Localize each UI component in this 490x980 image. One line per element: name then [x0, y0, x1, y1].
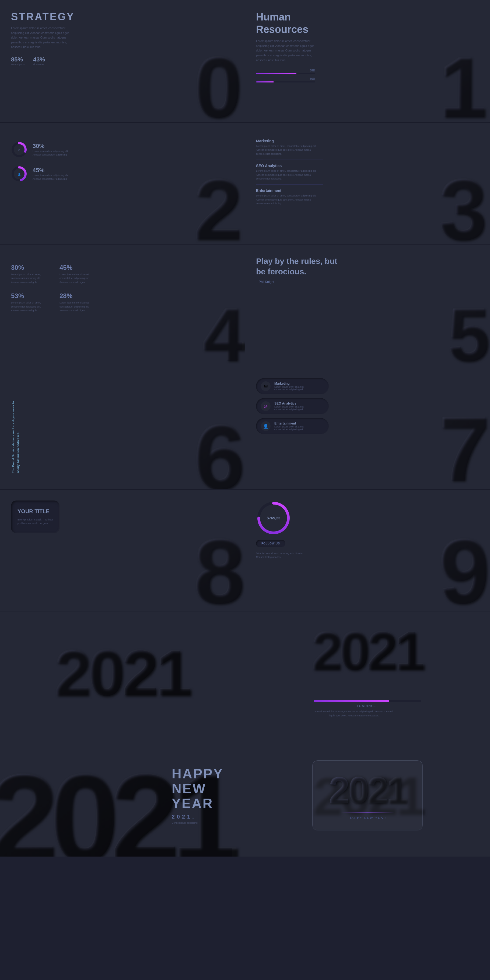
bg-number-6: 6 [194, 411, 242, 490]
stat-28-text: Lorem ipsum dolor sit amet, consectetuer… [60, 301, 97, 312]
hr-desc: Lorem ipsum dolor sit amet, consectetuer… [256, 39, 315, 62]
your-title-text: YOUR TITLE [17, 508, 53, 514]
stat-85-label: Lorem ipsum [11, 63, 25, 66]
year-2021-loading-bg: 2021 [312, 620, 423, 682]
bg-number-3: 3 [439, 166, 484, 245]
main-grid: STRATEGY Lorem ipsum dolor sit amet, con… [0, 0, 490, 857]
quote-author: – Phil Knight [256, 280, 479, 284]
gauge-circle: $765,23 [256, 501, 291, 536]
glass-subtitle: HAPPY NEW YEAR [349, 816, 387, 819]
follow-desc: 10 artist, soundcloud, reducing ads. How… [256, 552, 310, 559]
bg-number-5: 5 [448, 297, 487, 367]
stat-30-pct: 30% [11, 264, 49, 271]
donut-2: 👤 [11, 166, 27, 182]
card-seo-desc: Lorem ipsum dolor sit amet, consectetuer… [274, 406, 317, 411]
svg-text:👤: 👤 [18, 173, 21, 176]
card-seo-icon: ◎ [261, 401, 271, 411]
bg-number-8: 8 [194, 525, 242, 612]
card-marketing-title: Marketing [274, 382, 317, 385]
cell-glass-2021: 2021 2021 HAPPY NEW YEAR [245, 734, 490, 857]
stat-85: 85% Lorem ipsum [11, 56, 25, 66]
hr-content: HumanResources Lorem ipsum dolor sit ame… [256, 11, 315, 86]
your-title-card: YOUR TITLE Every problem is a gift — wit… [11, 501, 60, 533]
loading-desc: Lorem ipsum dolor sit amet, consectetuer… [314, 710, 395, 718]
card-entertainment-desc: Lorem ipsum dolor sit amet, consectetuer… [274, 425, 317, 431]
cell-2021-plain: 2021 [0, 612, 245, 734]
donut-1-pct: 30% [33, 143, 70, 150]
follow-button[interactable]: FOLLOW US [256, 540, 285, 547]
hny-year: 2021. [172, 814, 224, 820]
glass-year-text: 2021 [329, 772, 406, 809]
gauge-value: $765,23 [267, 516, 281, 520]
card-entertainment-icon: 👤 [261, 421, 271, 431]
strategy-content: STRATEGY Lorem ipsum dolor sit amet, con… [11, 11, 75, 66]
stat-43-label: sit amet et [33, 63, 45, 66]
bg-number-0: 0 [194, 44, 239, 123]
vertical-text: The Postal Service delivers mail six day… [11, 392, 21, 473]
donut-1: ⏱ [11, 142, 27, 158]
strategy-title: STRATEGY [11, 11, 75, 23]
bg-number-2: 2 [194, 166, 239, 245]
list-seo: SEO Analytics Lorem ipsum dolor sit amet… [256, 164, 323, 181]
cell-title-card: YOUR TITLE Every problem is a gift — wit… [0, 490, 245, 612]
hr-progress-2: 30% [256, 77, 315, 83]
hr-progress-1: 68% [256, 69, 315, 74]
hny-desc: Consectetuer adipiscing [172, 821, 224, 824]
cell-gauge: $765,23 FOLLOW US 10 artist, soundcloud,… [245, 490, 490, 612]
cell-strategy: STRATEGY Lorem ipsum dolor sit amet, con… [0, 0, 245, 123]
cell-quote: Play by the rules, but be ferocious. – P… [245, 245, 490, 367]
seo-desc: Lorem ipsum dolor sit amet, consectetuer… [256, 169, 323, 181]
stat-45: 45% Lorem ipsum dolor sit amet, consecte… [60, 264, 97, 284]
entertainment-desc: Lorem ipsum dolor sit amet, consectetuer… [256, 194, 323, 205]
loading-fill [314, 700, 389, 702]
donut-1-text: Lorem ipsum dolor adipiscing elit. Aenea… [33, 150, 70, 157]
stat-53: 53% Lorem ipsum dolor sit amet, consecte… [11, 292, 49, 312]
stat-45-pct: 45% [60, 264, 97, 271]
bg-number-9: 9 [439, 525, 487, 612]
stat-28: 28% Lorem ipsum dolor sit amet, consecte… [60, 292, 97, 312]
donut-row-1: ⏱ 30% Lorem ipsum dolor adipiscing elit.… [11, 142, 70, 158]
divider-1 [256, 159, 323, 160]
bg-number-1: 1 [439, 44, 484, 123]
cell-categories: Marketing Lorem ipsum dolor sit amet, co… [245, 123, 490, 245]
svg-text:⏱: ⏱ [18, 149, 21, 151]
strategy-stats: 85% Lorem ipsum 43% sit amet et [11, 56, 75, 66]
hr-bar2-label: 30% [256, 77, 315, 80]
list-marketing: Marketing Lorem ipsum dolor sit amet, co… [256, 139, 323, 156]
donut-2-pct: 45% [33, 167, 70, 174]
card-entertainment: 👤 Entertainment Lorem ipsum dolor sit am… [256, 418, 329, 434]
hr-bar2 [256, 81, 315, 83]
marketing-title: Marketing [256, 139, 323, 143]
loading-bar [314, 700, 421, 702]
hr-bar1 [256, 73, 315, 74]
stat-53-pct: 53% [11, 292, 49, 300]
bg-number-4: 4 [203, 297, 242, 367]
quote-text: Play by the rules, but be ferocious. [256, 256, 342, 277]
your-desc-text: Every problem is a gift — without proble… [17, 518, 53, 526]
card-entertainment-title: Entertainment [274, 422, 317, 425]
donut-row-2: 👤 45% Lorem ipsum dolor adipiscing elit.… [11, 166, 70, 182]
loading-bar-wrap: LOADING... Lorem ipsum dolor sit amet, c… [314, 700, 421, 718]
card-marketing: ✉ Marketing Lorem ipsum dolor sit amet, … [256, 378, 329, 394]
list-entertainment: Entertainment Lorem ipsum dolor sit amet… [256, 188, 323, 205]
hr-bar2-fill [256, 81, 274, 83]
hr-title: HumanResources [256, 11, 315, 36]
hr-bar1-label: 68% [256, 69, 315, 72]
stat-30-text: Lorem ipsum dolor sit amet, consectetuer… [11, 272, 49, 284]
cell-happy-new-year: 2021 HAPPYNEWYEAR 2021. Consectetuer adi… [0, 734, 245, 857]
cell-2021-loading: 2021 LOADING... Lorem ipsum dolor sit am… [245, 612, 490, 734]
glass-card: 2021 HAPPY NEW YEAR [312, 760, 422, 830]
seo-title: SEO Analytics [256, 164, 323, 168]
cell-four-stats: 30% Lorem ipsum dolor sit amet, consecte… [0, 245, 245, 367]
card-entertainment-text: Entertainment Lorem ipsum dolor sit amet… [274, 422, 317, 431]
year-2021-plain: 2021 [55, 636, 190, 710]
card-marketing-text: Marketing Lorem ipsum dolor sit amet, co… [274, 382, 317, 391]
stat-85-pct: 85% [11, 56, 25, 63]
card-seo-title: SEO Analytics [274, 402, 317, 406]
stat-43: 43% sit amet et [33, 56, 45, 66]
hny-content: HAPPYNEWYEAR 2021. Consectetuer adipisci… [172, 767, 224, 824]
card-seo: ◎ SEO Analytics Lorem ipsum dolor sit am… [256, 398, 329, 414]
glass-divider [341, 812, 395, 813]
stat-28-pct: 28% [60, 292, 97, 300]
marketing-desc: Lorem ipsum dolor sit amet, consectetuer… [256, 144, 323, 156]
